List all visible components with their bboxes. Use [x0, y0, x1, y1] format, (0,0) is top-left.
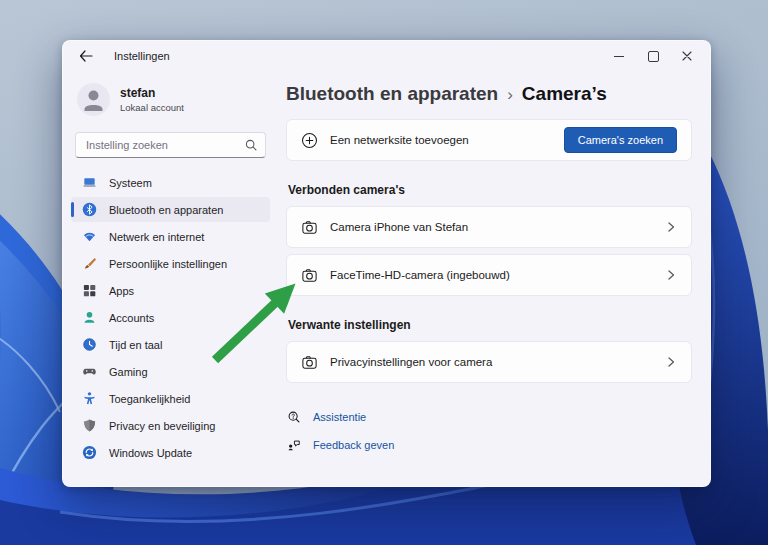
sidebar-item-label: Privacy en beveiliging [109, 420, 215, 432]
clock-icon [81, 337, 97, 353]
profile-section[interactable]: stefan Lokaal account [77, 83, 264, 116]
laptop-icon [81, 175, 97, 191]
help-link-label: Assistentie [313, 411, 366, 423]
breadcrumb-separator: › [507, 85, 513, 105]
sidebar-item-label: Tijd en taal [109, 339, 162, 351]
close-button[interactable] [670, 41, 704, 71]
feedback-link-label: Feedback geven [313, 439, 394, 451]
sidebar-item-label: Systeem [109, 177, 152, 189]
camera-privacy-settings-item[interactable]: Privacyinstellingen voor camera [286, 341, 692, 383]
sidebar-item-label: Gaming [109, 366, 148, 378]
sidebar-nav: Systeem Bluetooth en apparaten Netwerk e… [71, 170, 270, 465]
search-input[interactable] [84, 138, 245, 152]
wifi-icon [81, 229, 97, 245]
update-icon [81, 445, 97, 461]
camera-icon [301, 219, 318, 236]
search-icon [245, 139, 257, 151]
add-network-label: Een netwerksite toevoegen [330, 134, 564, 146]
accessibility-icon [81, 391, 97, 407]
person-icon [81, 310, 97, 326]
close-icon [682, 51, 692, 61]
breadcrumb: Bluetooth en apparaten › Camera’s [286, 83, 692, 105]
chevron-right-icon [665, 269, 677, 281]
gamepad-icon [81, 364, 97, 380]
sidebar-item-label: Accounts [109, 312, 154, 324]
profile-account-type: Lokaal account [120, 102, 184, 113]
avatar [77, 83, 110, 116]
paintbrush-icon [81, 256, 97, 272]
sidebar-item-label: Apps [109, 285, 134, 297]
add-circle-icon [301, 132, 318, 149]
minimize-button[interactable] [602, 41, 636, 71]
sidebar-item-windows-update[interactable]: Windows Update [71, 440, 270, 465]
sidebar: stefan Lokaal account Systeem [63, 71, 278, 488]
camera-item-facetime[interactable]: FaceTime-HD-camera (ingebouwd) [286, 254, 692, 296]
help-link[interactable]: Assistentie [286, 409, 692, 424]
back-arrow-icon [79, 50, 93, 62]
related-settings-section-title: Verwante instellingen [288, 318, 692, 332]
settings-search-box[interactable] [75, 132, 266, 158]
sidebar-item-privacy-en-beveiliging[interactable]: Privacy en beveiliging [71, 413, 270, 438]
maximize-button[interactable] [636, 41, 670, 71]
sidebar-item-systeem[interactable]: Systeem [71, 170, 270, 195]
main-content: Bluetooth en apparaten › Camera’s Een ne… [278, 71, 710, 488]
back-button[interactable] [78, 48, 94, 64]
active-accent-bar [71, 202, 74, 217]
window-title: Instellingen [114, 50, 170, 62]
sidebar-item-accounts[interactable]: Accounts [71, 305, 270, 330]
sidebar-item-toegankelijkheid[interactable]: Toegankelijkheid [71, 386, 270, 411]
sidebar-item-label: Toegankelijkheid [109, 393, 190, 405]
sidebar-item-apps[interactable]: Apps [71, 278, 270, 303]
add-network-card: Een netwerksite toevoegen Camera's zoeke… [286, 119, 692, 161]
camera-item-label: Camera iPhone van Stefan [330, 221, 665, 233]
sidebar-item-label: Windows Update [109, 447, 192, 459]
camera-item-label: FaceTime-HD-camera (ingebouwd) [330, 269, 665, 281]
person-silhouette-icon [77, 83, 110, 116]
camera-icon [301, 354, 318, 371]
maximize-icon [648, 51, 659, 62]
privacy-settings-label: Privacyinstellingen voor camera [330, 356, 665, 368]
profile-name: stefan [120, 86, 184, 100]
help-icon [286, 409, 301, 424]
feedback-link[interactable]: Feedback geven [286, 437, 692, 452]
page-title: Camera’s [522, 83, 607, 105]
minimize-icon [614, 56, 624, 57]
search-cameras-button[interactable]: Camera's zoeken [564, 127, 677, 153]
sidebar-item-tijd-en-taal[interactable]: Tijd en taal [71, 332, 270, 357]
chevron-right-icon [665, 221, 677, 233]
sidebar-item-gaming[interactable]: Gaming [71, 359, 270, 384]
sidebar-item-label: Netwerk en internet [109, 231, 204, 243]
titlebar: Instellingen [63, 41, 710, 71]
shield-icon [81, 418, 97, 434]
sidebar-item-netwerk-en-internet[interactable]: Netwerk en internet [71, 224, 270, 249]
sidebar-item-label: Bluetooth en apparaten [109, 204, 223, 216]
feedback-icon [286, 437, 301, 452]
sidebar-item-persoonlijke-instellingen[interactable]: Persoonlijke instellingen [71, 251, 270, 276]
camera-item-iphone[interactable]: Camera iPhone van Stefan [286, 206, 692, 248]
camera-icon [301, 267, 318, 284]
settings-window: Instellingen stefan [62, 40, 711, 487]
bluetooth-icon [81, 202, 97, 218]
apps-grid-icon [81, 283, 97, 299]
breadcrumb-parent[interactable]: Bluetooth en apparaten [286, 83, 498, 105]
footer-links: Assistentie Feedback geven [286, 409, 692, 452]
connected-cameras-section-title: Verbonden camera's [288, 183, 692, 197]
sidebar-item-label: Persoonlijke instellingen [109, 258, 227, 270]
sidebar-item-bluetooth-en-apparaten[interactable]: Bluetooth en apparaten [71, 197, 270, 222]
chevron-right-icon [665, 356, 677, 368]
